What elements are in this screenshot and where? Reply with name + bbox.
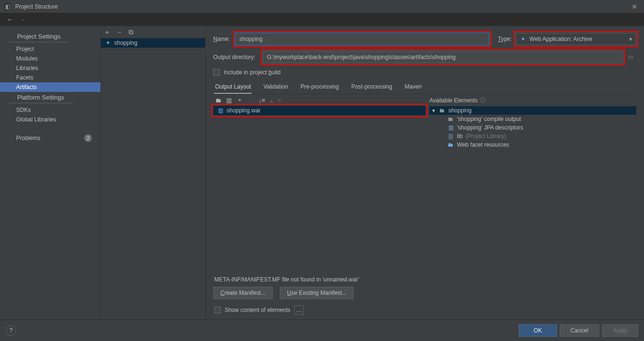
- problems-count-badge: 2: [84, 134, 92, 142]
- output-layout-panel: 🖿 ▥ ＋ － ↓≡ ▴ ▾ ▥ shopping.war META-INF/M…: [213, 94, 426, 299]
- include-build-checkbox[interactable]: [213, 69, 220, 76]
- avail-web-facet[interactable]: 🖿 Web facet resources: [429, 140, 636, 149]
- include-build-label: Include in project build: [224, 69, 280, 76]
- tab-maven[interactable]: Maven: [404, 80, 423, 94]
- avail-lib[interactable]: ||| lib (Project Library): [429, 132, 636, 140]
- window-title: Project Structure: [15, 3, 629, 10]
- tab-output-layout[interactable]: Output Layout: [214, 80, 252, 94]
- archive-icon: ▥: [217, 107, 224, 114]
- remove-item-icon[interactable]: －: [248, 96, 254, 104]
- help-icon[interactable]: ⓘ: [480, 96, 485, 104]
- available-elements-panel: Available Elements ⓘ ▼ 🖿 shopping 🖿 'sho…: [429, 94, 636, 299]
- close-icon[interactable]: ✕: [629, 3, 640, 10]
- artifacts-toolbar: ＋ － ⧉: [101, 26, 205, 38]
- apply-button[interactable]: Apply: [602, 324, 638, 337]
- artifact-label: shopping: [114, 40, 138, 46]
- sidebar-item-project[interactable]: Project: [0, 44, 100, 54]
- artifact-row[interactable]: ✦ shopping: [101, 38, 205, 48]
- create-manifest-button[interactable]: Create Manifest...: [213, 287, 273, 299]
- add-copy-icon[interactable]: ＋: [237, 96, 243, 104]
- avail-root-label: shopping: [448, 107, 472, 114]
- forward-icon[interactable]: →: [16, 16, 29, 23]
- type-label: Type:: [498, 36, 512, 42]
- tab-post-processing[interactable]: Post-processing: [350, 80, 393, 94]
- help-button[interactable]: ?: [6, 325, 16, 336]
- outdir-label: Output directory:: [213, 54, 263, 60]
- chevron-down-icon: ▾: [629, 36, 632, 42]
- content-panel: Name: Type: ✦ Web Application: Archive ▾…: [206, 26, 644, 320]
- outdir-input[interactable]: [263, 51, 623, 63]
- move-down-icon[interactable]: ▾: [278, 97, 281, 104]
- tab-validation[interactable]: Validation: [262, 80, 289, 94]
- app-icon: ◧: [4, 3, 11, 10]
- nav-bar: ← →: [0, 13, 644, 26]
- sidebar: Project Settings Project Modules Librari…: [0, 26, 101, 320]
- show-content-label: Show content of elements: [225, 307, 290, 313]
- ok-button[interactable]: OK: [519, 324, 556, 337]
- show-content-checkbox[interactable]: [214, 307, 221, 313]
- sidebar-heading-platform: Platform Settings: [9, 92, 73, 103]
- title-bar: ◧ Project Structure ✕: [0, 0, 644, 13]
- move-up-icon[interactable]: ▴: [270, 97, 273, 104]
- new-archive-icon[interactable]: ▥: [226, 97, 232, 104]
- web-facet-icon: 🖿: [447, 141, 454, 148]
- sidebar-item-global-libraries[interactable]: Global Libraries: [0, 115, 100, 124]
- sort-icon[interactable]: ↓≡: [258, 97, 265, 104]
- name-input[interactable]: [235, 33, 489, 45]
- sidebar-item-facets[interactable]: Facets: [0, 73, 100, 82]
- output-icon: 🖿: [447, 116, 454, 122]
- library-icon: |||: [447, 133, 454, 140]
- web-icon: ✦: [520, 36, 526, 42]
- type-combo[interactable]: ✦ Web Application: Archive ▾: [515, 33, 636, 45]
- tabs: Output Layout Validation Pre-processing …: [213, 80, 636, 94]
- folder-icon: 🖿: [439, 107, 446, 114]
- sidebar-item-modules[interactable]: Modules: [0, 54, 100, 63]
- output-war-item[interactable]: ▥ shopping.war: [213, 106, 426, 115]
- copy-icon[interactable]: ⧉: [129, 28, 133, 36]
- sidebar-item-libraries[interactable]: Libraries: [0, 63, 100, 73]
- type-value: Web Application: Archive: [529, 36, 592, 42]
- new-folder-icon[interactable]: 🖿: [215, 97, 221, 104]
- output-war-label: shopping.war: [227, 107, 260, 114]
- sidebar-item-sdks[interactable]: SDKs: [0, 105, 100, 115]
- manifest-message: META-INF/MANIFEST.MF file not found in '…: [213, 272, 426, 287]
- tab-pre-processing[interactable]: Pre-processing: [299, 80, 340, 94]
- avail-root[interactable]: ▼ 🖿 shopping: [429, 106, 636, 115]
- sidebar-item-problems[interactable]: Problems 2: [0, 133, 100, 143]
- sidebar-heading-project: Project Settings: [9, 31, 69, 42]
- avail-compile-output[interactable]: 🖿 'shopping' compile output: [429, 115, 636, 123]
- name-label: Name:: [213, 36, 235, 42]
- remove-icon[interactable]: －: [116, 28, 123, 37]
- cancel-button[interactable]: Cancel: [560, 324, 599, 337]
- available-elements-header: Available Elements ⓘ: [429, 94, 636, 106]
- add-icon[interactable]: ＋: [104, 28, 110, 37]
- expand-icon[interactable]: ▼: [431, 108, 436, 113]
- jpa-icon: ▥: [447, 124, 454, 131]
- artifacts-list: ＋ － ⧉ ✦ shopping: [101, 26, 206, 320]
- sidebar-item-artifacts[interactable]: Artifacts: [0, 82, 100, 92]
- footer: ? OK Cancel Apply: [0, 320, 644, 341]
- browse-folder-icon[interactable]: 🗁: [625, 51, 636, 63]
- back-icon[interactable]: ←: [4, 16, 16, 23]
- output-toolbar: 🖿 ▥ ＋ － ↓≡ ▴ ▾: [213, 94, 426, 106]
- archive-icon: ✦: [105, 40, 111, 46]
- ellipsis-button[interactable]: …: [294, 305, 304, 315]
- use-existing-manifest-button[interactable]: Use Existing Manifest...: [280, 287, 354, 299]
- avail-jpa-descriptors[interactable]: ▥ 'shopping' JPA descriptors: [429, 123, 636, 132]
